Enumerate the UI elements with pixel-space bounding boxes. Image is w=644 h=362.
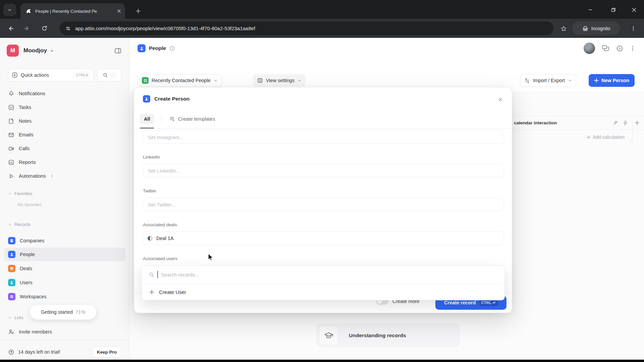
pin-slash-icon[interactable] [612,120,618,126]
sidebar-item-tasks[interactable]: Tasks [4,101,125,114]
sidebar-item-label: Tasks [19,105,31,110]
no-favorites-label: No favorites [17,202,42,207]
create-user-label: Create User [159,289,186,295]
sidebar-item-notes[interactable]: Notes [4,114,125,128]
incognito-icon [582,25,589,32]
video-camera-icon [8,145,14,152]
associated-deals-field[interactable]: Deal 1A [143,231,504,245]
invite-members-button[interactable]: Invite members [4,325,125,339]
sidebar-item-emails[interactable]: Emails [4,128,125,141]
collapse-sidebar-button[interactable] [113,46,123,56]
info-icon[interactable] [169,46,175,51]
view-selector-button[interactable]: Recently Contacted People [138,74,222,87]
understanding-records-label: Understanding records [349,333,406,339]
sidebar-item-notifications[interactable]: Notifications [4,87,125,100]
plus-icon [149,290,154,295]
tab-separator [161,115,161,122]
tab-all[interactable]: All [140,114,154,124]
tab-search-button[interactable] [3,4,16,16]
bolt-icon[interactable] [623,120,628,126]
favorites-header-label: Favorites [14,191,32,196]
twitter-input[interactable] [143,198,504,211]
window-restore-button[interactable] [606,5,621,14]
view-settings-button[interactable]: View settings [253,74,306,87]
new-tab-button[interactable] [132,5,144,17]
companies-icon [8,237,15,244]
understanding-records-card[interactable]: Understanding records [316,323,460,347]
feedback-icon[interactable] [602,45,609,52]
table-column-header[interactable]: calendar interaction [511,116,644,130]
view-settings-label: View settings [266,78,294,83]
attio-favicon [25,8,32,14]
sidebar-item-people[interactable]: People [4,248,125,261]
site-info-icon[interactable] [65,25,71,32]
search-icon [103,72,108,78]
more-options-icon[interactable] [630,46,635,51]
window-close-button[interactable] [627,5,641,14]
sidebar-item-calls[interactable]: Calls [4,142,125,155]
search-icon [149,272,154,278]
tabs-divider [134,128,512,129]
quick-actions-button[interactable]: K Quick actions CTRLK [8,69,94,81]
columns-icon [257,77,263,83]
forward-button[interactable] [20,22,34,35]
command-key-icon: K [12,72,18,78]
new-person-label: New Person [601,78,629,83]
getting-started-percent: 71% [75,309,85,315]
sidebar-item-users[interactable]: Users [4,276,125,289]
sidebar-item-companies[interactable]: Companies [4,234,125,247]
import-export-label: Import / Export [533,78,565,83]
linkedin-label: LinkedIn [143,155,160,160]
records-section-header[interactable]: Records [8,219,31,229]
url-text: app.attio.com/moodjoycorp/people/view/c0… [75,25,255,31]
panel-icon [114,48,121,54]
linkedin-input[interactable] [143,164,504,177]
avatar[interactable] [584,43,595,54]
sidebar-item-workspaces[interactable]: Workspaces [4,290,125,303]
chevron-down-icon [298,78,302,82]
create-user-option[interactable]: Create User [142,284,504,300]
workspace-logo[interactable]: M [7,45,19,57]
record-search-input[interactable]: Search records... [142,266,504,283]
sidebar-item-label: Automations [19,173,46,179]
deal-record-icon [147,236,153,241]
favorites-section-header[interactable]: Favorites [8,188,32,198]
associated-deals-label: Associated deals [143,222,177,227]
modal-close-button[interactable] [496,95,505,104]
bookmark-button[interactable] [557,22,570,35]
sidebar: M Moodjoy K Quick actions CTRLK / Notifi… [0,38,129,360]
keep-pro-button[interactable]: Keep Pro [92,347,121,358]
sidebar-item-automations[interactable]: Automations [4,169,125,183]
add-column-icon[interactable] [635,120,640,125]
minimize-icon [588,7,593,12]
search-placeholder: Search records... [161,272,199,278]
getting-started-label: Getting started [41,309,73,315]
sidebar-item-label: Workspaces [20,294,47,299]
create-record-label: Create record [444,300,476,305]
workspace-name[interactable]: Moodjoy [23,47,47,54]
getting-started-pill[interactable]: Getting started 71% [30,304,97,320]
browser-tab[interactable]: People | Recently Contacted Pe [20,3,125,19]
page-header: People [138,43,175,53]
browser-menu-button[interactable] [627,22,640,35]
reload-button[interactable] [38,22,51,35]
address-bar[interactable]: app.attio.com/moodjoycorp/people/view/c0… [60,21,553,35]
people-icon [8,251,15,258]
import-export-button[interactable]: Import / Export [520,74,576,87]
back-button[interactable] [4,22,17,35]
help-icon[interactable]: ? [616,45,623,52]
window-minimize-button[interactable] [583,5,598,14]
instagram-input[interactable] [143,130,504,144]
tab-create-templates[interactable]: Create templates [169,114,215,124]
people-object-icon [138,44,146,52]
sidebar-item-deals[interactable]: $ Deals [4,262,125,275]
lists-section-header[interactable]: Lists [8,312,23,322]
graduation-cap-icon [324,331,333,340]
sidebar-item-reports[interactable]: Reports [4,156,125,169]
tab-close-icon[interactable] [117,9,121,13]
sidebar-search-button[interactable]: / [97,69,121,81]
tab-title: People | Recently Contacted Pe [35,9,117,14]
new-person-button[interactable]: New Person [589,74,635,87]
add-calculation-button[interactable]: Add calculation [511,131,625,143]
chevron-down-icon [568,78,572,82]
